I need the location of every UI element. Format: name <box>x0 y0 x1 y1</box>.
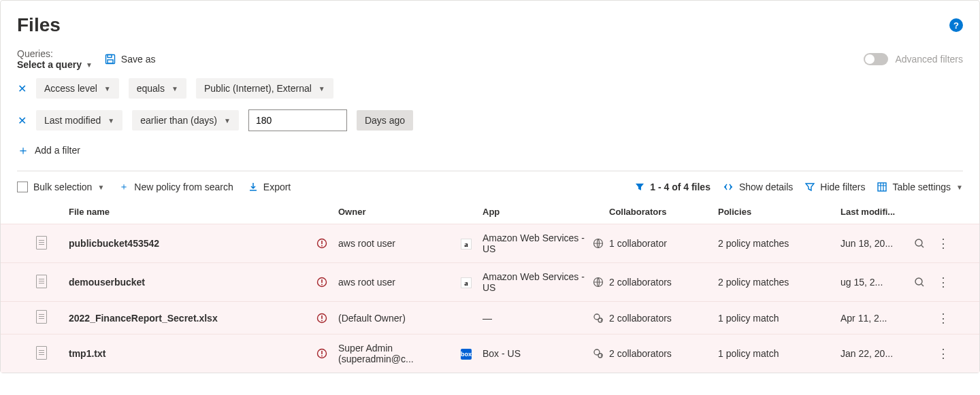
svg-point-13 <box>321 320 323 321</box>
col-modified[interactable]: Last modifi... <box>840 207 909 217</box>
aws-icon: a <box>461 239 472 250</box>
col-policies[interactable]: Policies <box>718 207 840 217</box>
table-row[interactable]: tmp1.txtSuper Admin (superadmin@c...boxB… <box>1 334 979 373</box>
warning-icon <box>316 313 338 324</box>
download-icon <box>248 182 258 192</box>
more-icon[interactable]: ⋮ <box>937 276 949 288</box>
policies-cell: 2 policy matches <box>718 277 840 288</box>
more-icon[interactable]: ⋮ <box>937 312 949 324</box>
collaborators-cell: 2 collaborators <box>609 277 718 288</box>
table-row[interactable]: 2022_FinanceReport_Secret.xlsx(Default O… <box>1 301 979 334</box>
owner-cell: aws root user <box>338 238 461 249</box>
svg-point-5 <box>321 245 323 247</box>
svg-point-11 <box>915 278 922 285</box>
filter-op-chip[interactable]: equals▼ <box>129 78 186 99</box>
chevron-down-icon: ▼ <box>224 117 231 124</box>
help-icon[interactable]: ? <box>949 18 963 32</box>
plus-icon: ＋ <box>119 181 129 193</box>
show-details-button[interactable]: Show details <box>723 182 793 192</box>
svg-point-17 <box>321 356 323 357</box>
owner-cell: Super Admin (superadmin@c... <box>338 343 461 364</box>
modified-cell: Apr 11, 2... <box>840 313 909 324</box>
filter-op-chip[interactable]: earlier than (days)▼ <box>132 110 239 131</box>
svg-point-7 <box>915 239 922 246</box>
hide-filters-button[interactable]: Hide filters <box>805 182 865 192</box>
chevron-down-icon: ▼ <box>318 85 325 92</box>
chevron-down-icon: ▼ <box>97 184 104 191</box>
queries-label: Queries: <box>17 48 53 59</box>
globe-icon <box>593 277 609 288</box>
collaborators-cell: 2 collaborators <box>609 348 718 359</box>
svg-point-9 <box>321 284 323 286</box>
warning-icon <box>316 238 338 249</box>
warning-icon <box>316 277 338 288</box>
policies-cell: 1 policy match <box>718 313 840 324</box>
policies-cell: 2 policy matches <box>718 238 840 249</box>
remove-filter-icon[interactable]: ✕ <box>17 114 27 127</box>
app-cell: Amazon Web Services - US <box>483 233 593 254</box>
col-owner[interactable]: Owner <box>338 207 461 217</box>
col-collaborators[interactable]: Collaborators <box>609 207 718 217</box>
file-name[interactable]: tmp1.txt <box>63 348 316 359</box>
app-cell: — <box>483 313 593 324</box>
filter-value-input[interactable] <box>248 109 347 131</box>
save-icon <box>105 54 116 65</box>
filter-value-chip[interactable]: Public (Internet), External▼ <box>196 78 333 99</box>
table-settings-button[interactable]: Table settings ▼ <box>877 182 963 192</box>
file-name[interactable]: 2022_FinanceReport_Secret.xlsx <box>63 313 316 324</box>
file-icon <box>36 275 47 288</box>
search-icon[interactable] <box>914 238 925 249</box>
modified-cell: Jan 22, 20... <box>840 348 909 359</box>
col-file-name[interactable]: File name <box>63 207 316 217</box>
svg-rect-3 <box>878 183 886 191</box>
filter-field-chip[interactable]: Access level▼ <box>36 78 119 99</box>
aws-icon: a <box>461 277 472 288</box>
svg-rect-2 <box>108 60 113 63</box>
page-title: Files <box>17 14 61 36</box>
file-name[interactable]: demouserbucket <box>63 277 316 288</box>
modified-cell: ug 15, 2... <box>840 277 909 288</box>
file-icon <box>36 346 47 360</box>
remove-filter-icon[interactable]: ✕ <box>17 82 27 95</box>
col-app[interactable]: App <box>483 207 593 217</box>
collaborators-cell: 1 collaborator <box>609 238 718 249</box>
bulk-selection[interactable]: Bulk selection ▼ <box>17 182 104 192</box>
table-icon <box>877 182 887 192</box>
file-icon <box>36 310 47 324</box>
share-icon <box>593 313 609 324</box>
file-icon <box>36 236 47 250</box>
owner-cell: (Default Owner) <box>338 313 461 324</box>
query-select[interactable]: Select a query ▼ <box>17 59 93 70</box>
filter-field-chip[interactable]: Last modified▼ <box>36 110 122 131</box>
add-filter-button[interactable]: ＋ Add a filter <box>1 142 979 171</box>
app-cell: Box - US <box>483 348 593 359</box>
globe-icon <box>593 238 609 249</box>
save-as-button[interactable]: Save as <box>105 54 156 65</box>
advanced-filters-label: Advanced filters <box>895 54 963 65</box>
collaborators-cell: 2 collaborators <box>609 313 718 324</box>
share-icon <box>593 348 609 359</box>
chevron-down-icon: ▼ <box>172 85 178 92</box>
export-button[interactable]: Export <box>248 182 291 192</box>
policies-cell: 1 policy match <box>718 348 840 359</box>
chevron-down-icon: ▼ <box>104 85 111 92</box>
chevron-down-icon: ▼ <box>956 184 963 191</box>
table-row[interactable]: publicbucket453542aws root useraAmazon W… <box>1 224 979 262</box>
file-name[interactable]: publicbucket453542 <box>63 238 316 249</box>
advanced-filters-toggle[interactable] <box>864 53 888 65</box>
more-icon[interactable]: ⋮ <box>937 347 949 360</box>
new-policy-button[interactable]: ＋ New policy from search <box>119 181 233 193</box>
warning-icon <box>316 348 338 359</box>
search-icon[interactable] <box>914 277 925 288</box>
filter-icon <box>635 182 644 192</box>
more-icon[interactable]: ⋮ <box>937 237 949 250</box>
expand-icon <box>723 183 734 191</box>
table-row[interactable]: demouserbucketaws root useraAmazon Web S… <box>1 262 979 301</box>
svg-rect-1 <box>108 55 112 58</box>
checkbox-icon[interactable] <box>17 182 28 192</box>
app-cell: Amazon Web Services - US <box>483 271 593 293</box>
chevron-down-icon: ▼ <box>108 117 114 124</box>
filter-outline-icon <box>805 182 815 192</box>
owner-cell: aws root user <box>338 277 461 288</box>
filter-suffix-chip: Days ago <box>357 110 413 131</box>
